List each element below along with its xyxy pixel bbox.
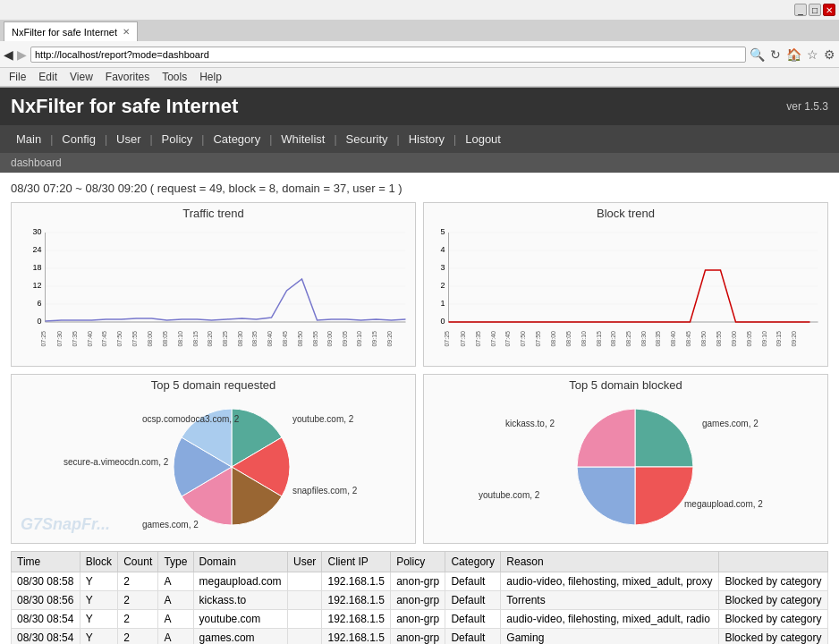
url-input[interactable]: [35, 49, 742, 60]
svg-text:0: 0: [440, 317, 445, 326]
svg-text:0: 0: [37, 317, 41, 326]
star-icon[interactable]: ☆: [807, 47, 818, 62]
col-count: Count: [118, 552, 158, 572]
svg-text:18: 18: [32, 263, 41, 272]
svg-text:youtube.com, 2: youtube.com, 2: [479, 490, 540, 500]
browser-icons: 🔍 ↻ 🏠 ☆ ⚙: [750, 47, 835, 62]
nav-security[interactable]: Security: [337, 125, 397, 153]
svg-text:09:05: 09:05: [342, 331, 348, 347]
table-cell: 192.168.1.5: [322, 629, 391, 645]
browser-titlebar: _ □ ✕: [0, 0, 839, 20]
table-cell: Torrents: [501, 591, 719, 610]
table-cell: Blocked by category: [719, 591, 828, 610]
table-cell: Default: [445, 591, 501, 610]
tools-icon[interactable]: ⚙: [824, 47, 835, 62]
menu-edit[interactable]: Edit: [33, 70, 63, 84]
table-cell: Y: [80, 610, 118, 629]
refresh-icon[interactable]: ↻: [770, 47, 781, 62]
col-category: Reason: [501, 552, 719, 572]
maximize-button[interactable]: □: [809, 4, 821, 16]
address-bar[interactable]: [30, 47, 746, 63]
svg-text:07:55: 07:55: [535, 331, 541, 347]
svg-text:games.com, 2: games.com, 2: [142, 520, 199, 530]
close-button[interactable]: ✕: [823, 4, 835, 16]
browser-toolbar: ◀ ▶ 🔍 ↻ 🏠 ☆ ⚙: [0, 41, 839, 68]
svg-text:12: 12: [32, 281, 41, 290]
traffic-chart-svg: 30 24 18 12 6 0: [15, 224, 411, 362]
nav-user[interactable]: User: [107, 125, 149, 153]
table-cell: 192.168.1.5: [322, 591, 391, 610]
svg-text:08:35: 08:35: [655, 331, 661, 347]
svg-text:08:45: 08:45: [282, 331, 288, 347]
tab-close-icon[interactable]: ✕: [123, 27, 130, 37]
svg-text:08:55: 08:55: [312, 331, 318, 347]
col-type: Type: [158, 552, 193, 572]
table-cell: anon-grp: [391, 610, 445, 629]
main-content: 08/30 07:20 ~ 08/30 09:20 ( request = 49…: [0, 173, 839, 644]
blocked-pie-svg: kickass.to, 2 games.com, 2 youtube.com, …: [456, 395, 796, 538]
search-icon[interactable]: 🔍: [750, 47, 765, 62]
menu-file[interactable]: File: [4, 70, 31, 84]
browser-tab[interactable]: NxFilter for safe Internet ✕: [4, 21, 138, 41]
nav-bar: Main | Config | User | Policy | Category…: [0, 125, 839, 153]
svg-text:09:15: 09:15: [775, 331, 782, 347]
back-button[interactable]: ◀: [4, 47, 13, 62]
table-cell: Gaming: [501, 629, 719, 645]
table-cell: [287, 572, 321, 591]
table-cell: youtube.com: [193, 610, 287, 629]
svg-text:08:30: 08:30: [640, 331, 647, 347]
tab-label: NxFilter for safe Internet: [12, 27, 117, 38]
menu-view[interactable]: View: [64, 70, 98, 84]
table-cell: Y: [80, 572, 118, 591]
top-domain-requested-box: G7SnapFr... Top 5 domain requested: [11, 374, 416, 544]
traffic-chart-title: Traffic trend: [15, 207, 411, 220]
app-container: _ □ ✕ NxFilter for safe Internet ✕ ◀ ▶ 🔍…: [0, 0, 839, 644]
svg-text:kickass.to, 2: kickass.to, 2: [505, 419, 555, 428]
top-domain-blocked-box: Top 5 domain blocked kickass.to, 2: [423, 374, 828, 544]
svg-text:1: 1: [440, 299, 445, 308]
minimize-button[interactable]: _: [794, 4, 807, 16]
svg-text:07:40: 07:40: [87, 331, 93, 347]
top-blocked-title: Top 5 domain blocked: [428, 378, 824, 392]
col-time: Time: [12, 552, 81, 572]
menu-favorites[interactable]: Favorites: [100, 70, 155, 84]
nav-main[interactable]: Main: [7, 125, 50, 153]
svg-text:youtube.com, 2: youtube.com, 2: [292, 414, 354, 424]
top-domain-title: Top 5 domain requested: [15, 378, 411, 392]
menu-help[interactable]: Help: [194, 70, 227, 84]
table-cell: 2: [118, 629, 158, 645]
svg-text:08:40: 08:40: [267, 331, 273, 347]
nav-config[interactable]: Config: [53, 125, 105, 153]
col-block: Block: [80, 552, 118, 572]
svg-text:3: 3: [440, 263, 445, 272]
table-cell: Default: [445, 610, 501, 629]
svg-text:07:45: 07:45: [504, 331, 511, 347]
forward-button[interactable]: ▶: [17, 47, 27, 62]
table-cell: Blocked by category: [719, 610, 828, 629]
nav-category[interactable]: Category: [204, 125, 269, 153]
svg-text:07:50: 07:50: [116, 331, 123, 347]
block-chart-box: Block trend 5 4 3 2 1 0: [423, 202, 828, 367]
svg-text:08:00: 08:00: [147, 331, 153, 347]
svg-text:08:30: 08:30: [237, 331, 243, 347]
svg-text:09:20: 09:20: [386, 331, 393, 347]
requested-pie-container: ocsp.comodoca3.com, 2 youtube.com, 2 sec…: [15, 395, 411, 538]
table-cell: [287, 610, 321, 629]
table-cell: anon-grp: [391, 591, 445, 610]
svg-text:megaupload.com, 2: megaupload.com, 2: [684, 499, 763, 509]
table-cell: 08/30 08:54: [12, 629, 81, 645]
svg-text:08:40: 08:40: [670, 331, 676, 347]
svg-text:08:50: 08:50: [700, 331, 707, 347]
nav-whitelist[interactable]: Whitelist: [272, 125, 334, 153]
menu-tools[interactable]: Tools: [157, 70, 192, 84]
nav-history[interactable]: History: [400, 125, 453, 153]
browser-chrome: _ □ ✕ NxFilter for safe Internet ✕ ◀ ▶ 🔍…: [0, 0, 839, 88]
home-icon[interactable]: 🏠: [786, 47, 801, 62]
svg-text:09:05: 09:05: [746, 331, 752, 347]
svg-text:09:10: 09:10: [356, 331, 362, 347]
svg-text:snapfiles.com, 2: snapfiles.com, 2: [292, 486, 358, 496]
nav-policy[interactable]: Policy: [153, 125, 202, 153]
col-client-ip: Client IP: [322, 552, 391, 572]
block-chart-svg: 5 4 3 2 1 0: [428, 224, 824, 362]
nav-logout[interactable]: Logout: [456, 125, 510, 153]
